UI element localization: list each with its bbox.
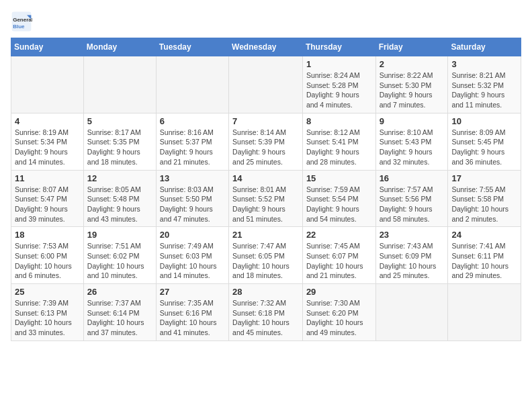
day-number: 18 [15,230,80,240]
calendar-cell: 21Sunrise: 7:47 AM Sunset: 6:05 PM Dayli… [229,227,303,284]
day-info: Sunrise: 8:12 AM Sunset: 5:41 PM Dayligh… [306,128,372,167]
day-number: 26 [87,287,152,297]
calendar-cell: 11Sunrise: 8:07 AM Sunset: 5:47 PM Dayli… [11,170,84,227]
page-header: General Blue [11,11,521,32]
day-number: 3 [451,59,517,69]
day-info: Sunrise: 7:32 AM Sunset: 6:18 PM Dayligh… [232,298,299,338]
day-info: Sunrise: 8:03 AM Sunset: 5:50 PM Dayligh… [160,185,225,224]
calendar-cell: 5Sunrise: 8:17 AM Sunset: 5:35 PM Daylig… [83,113,156,170]
day-number: 8 [306,116,372,126]
day-info: Sunrise: 7:47 AM Sunset: 6:05 PM Dayligh… [232,241,299,281]
calendar-cell: 2Sunrise: 8:22 AM Sunset: 5:30 PM Daylig… [375,56,448,113]
day-info: Sunrise: 8:21 AM Sunset: 5:32 PM Dayligh… [451,71,517,110]
calendar-cell [448,284,521,341]
calendar-cell: 13Sunrise: 8:03 AM Sunset: 5:50 PM Dayli… [156,170,228,227]
column-header-thursday: Thursday [302,38,375,56]
calendar-cell [375,284,448,341]
day-info: Sunrise: 7:53 AM Sunset: 6:00 PM Dayligh… [15,241,80,281]
day-number: 1 [306,59,372,69]
day-number: 11 [15,173,80,183]
day-info: Sunrise: 7:57 AM Sunset: 5:56 PM Dayligh… [380,185,445,224]
column-header-monday: Monday [83,38,156,56]
day-number: 14 [232,173,299,183]
day-number: 7 [232,116,299,126]
day-number: 20 [160,230,225,240]
day-number: 12 [87,173,152,183]
day-info: Sunrise: 7:59 AM Sunset: 5:54 PM Dayligh… [306,185,372,224]
day-number: 27 [160,287,225,297]
calendar-cell: 12Sunrise: 8:05 AM Sunset: 5:48 PM Dayli… [83,170,156,227]
calendar-cell: 1Sunrise: 8:24 AM Sunset: 5:28 PM Daylig… [302,56,375,113]
day-info: Sunrise: 7:35 AM Sunset: 6:16 PM Dayligh… [160,298,225,338]
day-info: Sunrise: 7:43 AM Sunset: 6:09 PM Dayligh… [380,241,445,281]
calendar-cell: 18Sunrise: 7:53 AM Sunset: 6:00 PM Dayli… [11,227,84,284]
column-header-saturday: Saturday [448,38,521,56]
day-number: 15 [306,173,372,183]
calendar-cell: 6Sunrise: 8:16 AM Sunset: 5:37 PM Daylig… [156,113,228,170]
calendar-cell [229,56,303,113]
logo: General Blue [11,11,35,32]
calendar-cell: 17Sunrise: 7:55 AM Sunset: 5:58 PM Dayli… [448,170,521,227]
day-number: 21 [232,230,299,240]
day-number: 5 [87,116,152,126]
calendar-cell: 8Sunrise: 8:12 AM Sunset: 5:41 PM Daylig… [302,113,375,170]
day-number: 22 [306,230,372,240]
calendar-cell: 9Sunrise: 8:10 AM Sunset: 5:43 PM Daylig… [375,113,448,170]
day-info: Sunrise: 8:05 AM Sunset: 5:48 PM Dayligh… [87,185,152,224]
day-info: Sunrise: 7:51 AM Sunset: 6:02 PM Dayligh… [87,241,152,281]
calendar-cell: 14Sunrise: 8:01 AM Sunset: 5:52 PM Dayli… [229,170,303,227]
svg-text:General: General [13,17,32,23]
column-header-wednesday: Wednesday [229,38,303,56]
day-info: Sunrise: 7:49 AM Sunset: 6:03 PM Dayligh… [160,241,225,281]
day-info: Sunrise: 7:41 AM Sunset: 6:11 PM Dayligh… [451,241,517,281]
day-info: Sunrise: 8:07 AM Sunset: 5:47 PM Dayligh… [15,185,80,224]
day-number: 19 [87,230,152,240]
day-number: 2 [380,59,445,69]
calendar-cell: 20Sunrise: 7:49 AM Sunset: 6:03 PM Dayli… [156,227,228,284]
calendar-cell: 24Sunrise: 7:41 AM Sunset: 6:11 PM Dayli… [448,227,521,284]
day-info: Sunrise: 7:37 AM Sunset: 6:14 PM Dayligh… [87,298,152,338]
day-number: 23 [380,230,445,240]
day-number: 17 [451,173,517,183]
day-number: 10 [451,116,517,126]
calendar-week-row: 25Sunrise: 7:39 AM Sunset: 6:13 PM Dayli… [11,284,521,341]
calendar-week-row: 18Sunrise: 7:53 AM Sunset: 6:00 PM Dayli… [11,227,521,284]
calendar-cell: 7Sunrise: 8:14 AM Sunset: 5:39 PM Daylig… [229,113,303,170]
day-number: 25 [15,287,80,297]
day-info: Sunrise: 8:16 AM Sunset: 5:37 PM Dayligh… [160,128,225,167]
calendar-cell: 3Sunrise: 8:21 AM Sunset: 5:32 PM Daylig… [448,56,521,113]
calendar-cell: 16Sunrise: 7:57 AM Sunset: 5:56 PM Dayli… [375,170,448,227]
day-number: 9 [380,116,445,126]
day-info: Sunrise: 8:10 AM Sunset: 5:43 PM Dayligh… [380,128,445,167]
day-number: 6 [160,116,225,126]
calendar-week-row: 11Sunrise: 8:07 AM Sunset: 5:47 PM Dayli… [11,170,521,227]
calendar-cell: 27Sunrise: 7:35 AM Sunset: 6:16 PM Dayli… [156,284,228,341]
column-header-sunday: Sunday [11,38,84,56]
calendar-cell: 19Sunrise: 7:51 AM Sunset: 6:02 PM Dayli… [83,227,156,284]
calendar-cell: 28Sunrise: 7:32 AM Sunset: 6:18 PM Dayli… [229,284,303,341]
day-info: Sunrise: 8:22 AM Sunset: 5:30 PM Dayligh… [380,71,445,110]
calendar-cell: 15Sunrise: 7:59 AM Sunset: 5:54 PM Dayli… [302,170,375,227]
day-number: 28 [232,287,299,297]
day-number: 29 [306,287,372,297]
day-info: Sunrise: 7:55 AM Sunset: 5:58 PM Dayligh… [451,185,517,224]
svg-text:Blue: Blue [13,24,25,30]
calendar-cell [156,56,228,113]
day-info: Sunrise: 8:19 AM Sunset: 5:34 PM Dayligh… [15,128,80,167]
day-number: 24 [451,230,517,240]
day-info: Sunrise: 8:14 AM Sunset: 5:39 PM Dayligh… [232,128,299,167]
calendar-week-row: 4Sunrise: 8:19 AM Sunset: 5:34 PM Daylig… [11,113,521,170]
calendar-cell: 10Sunrise: 8:09 AM Sunset: 5:45 PM Dayli… [448,113,521,170]
day-number: 13 [160,173,225,183]
day-number: 4 [15,116,80,126]
day-info: Sunrise: 7:39 AM Sunset: 6:13 PM Dayligh… [15,298,80,338]
calendar-cell: 4Sunrise: 8:19 AM Sunset: 5:34 PM Daylig… [11,113,84,170]
day-info: Sunrise: 8:09 AM Sunset: 5:45 PM Dayligh… [451,128,517,167]
calendar-cell [83,56,156,113]
calendar-cell: 23Sunrise: 7:43 AM Sunset: 6:09 PM Dayli… [375,227,448,284]
day-info: Sunrise: 8:24 AM Sunset: 5:28 PM Dayligh… [306,71,372,110]
logo-icon: General Blue [11,11,32,32]
calendar-week-row: 1Sunrise: 8:24 AM Sunset: 5:28 PM Daylig… [11,56,521,113]
column-header-friday: Friday [375,38,448,56]
column-header-tuesday: Tuesday [156,38,228,56]
